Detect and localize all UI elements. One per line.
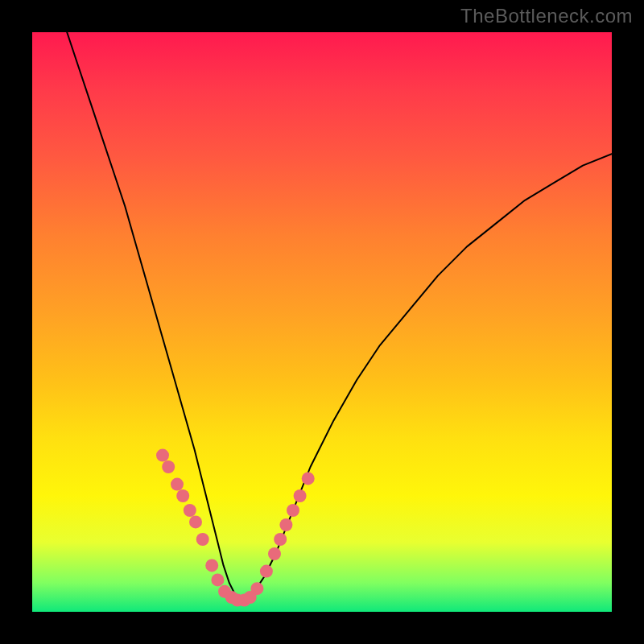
highlight-dots xyxy=(156,449,315,607)
chart-frame: TheBottleneck.com xyxy=(0,0,644,644)
bottleneck-curve xyxy=(67,32,612,601)
highlight-dot xyxy=(171,478,184,491)
highlight-dot xyxy=(162,460,175,473)
highlight-dot xyxy=(287,504,299,517)
highlight-dot xyxy=(211,573,224,586)
highlight-dot xyxy=(189,515,202,528)
highlight-dot xyxy=(274,533,287,546)
highlight-dot xyxy=(205,559,218,572)
highlight-dot xyxy=(184,504,196,517)
highlight-dot xyxy=(302,472,315,485)
highlight-dot xyxy=(260,565,273,578)
highlight-dot xyxy=(268,547,281,560)
highlight-dot xyxy=(294,489,307,502)
highlight-dot xyxy=(156,449,169,462)
highlight-dot xyxy=(250,582,263,595)
highlight-dot xyxy=(176,489,189,502)
highlight-dot xyxy=(196,533,209,546)
highlight-dot xyxy=(279,518,292,531)
curve-svg xyxy=(32,32,612,612)
plot-area xyxy=(32,32,612,612)
watermark-text: TheBottleneck.com xyxy=(460,5,633,27)
